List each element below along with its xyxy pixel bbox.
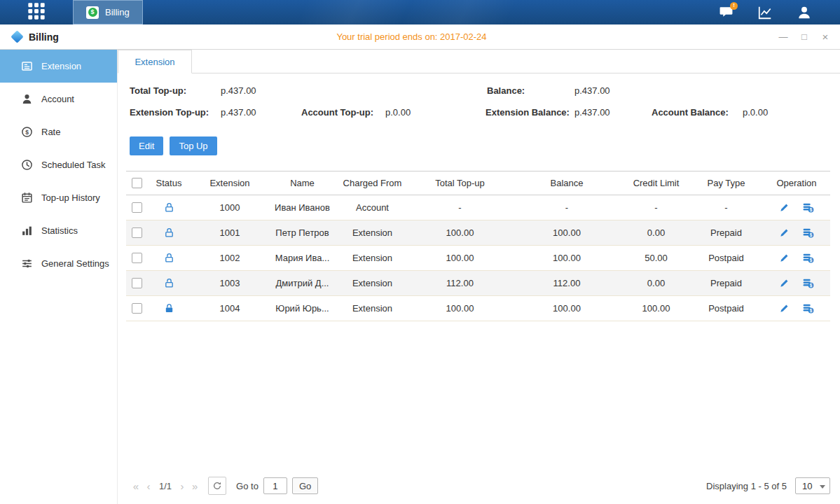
extension-topup-label: Extension Top-up: xyxy=(130,107,209,118)
scheduled-task-icon xyxy=(21,159,33,171)
sidebar-item-rate[interactable]: $ Rate xyxy=(0,115,117,148)
edit-icon[interactable] xyxy=(779,303,790,314)
status-unlocked-icon xyxy=(164,278,174,288)
row-checkbox[interactable] xyxy=(132,253,142,263)
billing-app-icon xyxy=(11,30,23,43)
account-balance-label: Account Balance: xyxy=(652,107,729,118)
balance-cell: 100.00 xyxy=(511,253,623,263)
row-checkbox[interactable] xyxy=(132,303,142,314)
balance-cell: - xyxy=(511,202,623,213)
page-indicator: 1/1 xyxy=(159,481,172,491)
row-topup-icon[interactable]: $ xyxy=(802,302,814,314)
messages-icon[interactable]: ! xyxy=(718,5,734,20)
total-topup-cell: 112.00 xyxy=(409,278,511,288)
billing-summary: Total Top-up: p.437.00 Balance: p.437.00… xyxy=(118,74,840,134)
sidebar-item-label: Extension xyxy=(41,61,81,71)
topup-button[interactable]: Top Up xyxy=(170,136,216,155)
extension-topup-value: p.437.00 xyxy=(221,107,256,118)
charged-from-cell: Extension xyxy=(336,278,409,288)
table-row: 1001 Петр Петров Extension 100.00 100.00… xyxy=(126,220,830,246)
column-header-name: Name xyxy=(269,178,336,188)
edit-button[interactable]: Edit xyxy=(130,136,163,155)
column-header-balance: Balance xyxy=(511,178,623,188)
statistics-chart-icon[interactable] xyxy=(757,5,773,20)
svg-text:$: $ xyxy=(810,308,813,314)
edit-icon[interactable] xyxy=(779,202,790,213)
pay-type-cell: Postpaid xyxy=(689,253,763,263)
topbar-tab-billing[interactable]: $ Billing xyxy=(73,0,143,24)
row-topup-icon[interactable]: $ xyxy=(802,202,814,214)
account-topup-value: p.0.00 xyxy=(385,107,411,118)
window-title: Billing xyxy=(29,31,59,43)
row-topup-icon[interactable]: $ xyxy=(802,227,814,239)
row-checkbox[interactable] xyxy=(132,227,142,238)
topbar-right-icons: ! xyxy=(718,0,840,24)
page-size-select[interactable]: 10 xyxy=(795,477,830,494)
balance-cell: 100.00 xyxy=(511,303,623,314)
apps-grid-button[interactable] xyxy=(0,0,73,24)
sidebar-item-label: Scheduled Task xyxy=(41,160,106,170)
account-topup-label: Account Top-up: xyxy=(301,107,373,118)
edit-icon[interactable] xyxy=(779,253,790,263)
statistics-icon xyxy=(21,225,33,237)
top-bar: $ Billing ! xyxy=(0,0,840,24)
charged-from-cell: Extension xyxy=(336,253,409,263)
credit-limit-cell: 0.00 xyxy=(623,227,689,238)
status-locked-icon xyxy=(164,303,174,314)
account-balance-value: p.0.00 xyxy=(743,107,768,118)
sidebar-item-label: Rate xyxy=(41,127,60,137)
account-icon xyxy=(21,93,33,105)
next-page-button[interactable]: › xyxy=(176,480,188,492)
tab-extension[interactable]: Extension xyxy=(118,50,192,74)
edit-icon[interactable] xyxy=(779,227,790,238)
credit-limit-cell: 100.00 xyxy=(623,303,689,314)
row-topup-icon[interactable]: $ xyxy=(802,277,814,289)
credit-limit-cell: 50.00 xyxy=(623,253,689,263)
sidebar-item-extension[interactable]: Extension xyxy=(0,50,117,83)
first-page-button[interactable]: « xyxy=(130,480,142,492)
extension-balance-value: p.437.00 xyxy=(574,107,610,118)
credit-limit-cell: 0.00 xyxy=(623,278,689,288)
column-header-charged-from: Charged From xyxy=(336,178,409,188)
extension-cell: 1003 xyxy=(191,278,269,288)
status-unlocked-icon xyxy=(164,202,174,213)
row-checkbox[interactable] xyxy=(132,278,142,288)
user-account-icon[interactable] xyxy=(797,5,812,20)
sidebar-item-statistics[interactable]: Statistics xyxy=(0,214,117,247)
refresh-button[interactable] xyxy=(208,477,226,495)
column-header-status: Status xyxy=(147,178,191,188)
notification-badge: ! xyxy=(730,2,738,10)
extension-icon xyxy=(21,60,33,72)
go-button[interactable]: Go xyxy=(292,477,318,494)
table-row: 1000 Иван Иванов Account - - - - $ xyxy=(126,195,830,220)
sidebar-item-topup-history[interactable]: Top-up History xyxy=(0,181,117,214)
prev-page-button[interactable]: ‹ xyxy=(142,480,155,492)
table-body: 1000 Иван Иванов Account - - - - $ 1001 … xyxy=(126,195,830,321)
svg-text:$: $ xyxy=(810,207,813,213)
close-button[interactable]: × xyxy=(820,31,830,42)
row-topup-icon[interactable]: $ xyxy=(802,252,814,264)
table-row: 1004 Юрий Юрь... Extension 100.00 100.00… xyxy=(126,296,830,321)
row-checkbox[interactable] xyxy=(132,202,142,213)
maximize-button[interactable]: □ xyxy=(799,32,809,41)
column-header-credit-limit: Credit Limit xyxy=(623,178,689,188)
action-buttons: Edit Top Up xyxy=(118,136,840,155)
column-header-pay-type: Pay Type xyxy=(689,178,763,188)
balance-value: p.437.00 xyxy=(574,85,610,96)
charged-from-cell: Extension xyxy=(336,303,409,314)
total-topup-label: Total Top-up: xyxy=(130,85,186,96)
sidebar-item-scheduled-task[interactable]: Scheduled Task xyxy=(0,148,117,181)
goto-page-input[interactable] xyxy=(263,477,287,494)
balance-cell: 112.00 xyxy=(511,278,623,288)
sidebar-item-general-settings[interactable]: General Settings xyxy=(0,247,117,280)
trial-notice: Your trial period ends on: 2017-02-24 xyxy=(336,31,486,42)
window-controls: — □ × xyxy=(778,31,830,42)
last-page-button[interactable]: » xyxy=(188,480,201,492)
edit-icon[interactable] xyxy=(779,278,790,288)
minimize-button[interactable]: — xyxy=(778,32,788,41)
select-all-checkbox[interactable] xyxy=(132,178,142,188)
column-header-extension: Extension xyxy=(191,178,269,188)
name-cell: Юрий Юрь... xyxy=(269,303,336,314)
window-title-bar: Billing Your trial period ends on: 2017-… xyxy=(0,24,840,50)
sidebar-item-account[interactable]: Account xyxy=(0,83,117,115)
